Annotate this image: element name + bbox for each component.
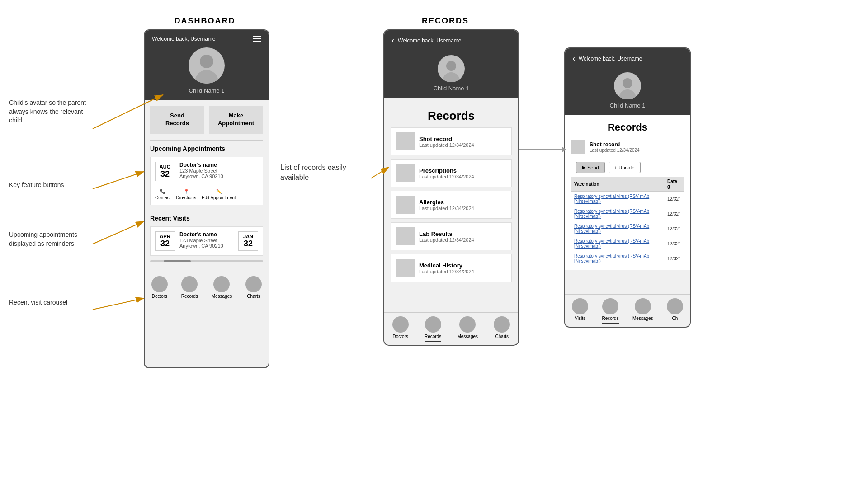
visit-month2: JAN <box>242 234 254 239</box>
location-icon: 📍 <box>184 189 189 194</box>
visit-month1: APR <box>159 234 171 239</box>
record-lab-info: Lab Results Last updated 12/34/2024 <box>419 230 474 243</box>
hamburger-icon[interactable] <box>253 36 261 42</box>
vaccination-name: Respiratory syncytial virus (RSV-mAb [Ni… <box>571 251 664 266</box>
records-welcome: Welcome back, Username <box>398 38 462 44</box>
record-medical-history[interactable]: Medical History Last updated 12/34/2024 <box>391 254 512 282</box>
phone-icon: 📞 <box>160 189 165 194</box>
annotation-recent-visits: Recent visit carousel <box>9 298 67 307</box>
vaccination-date: 12/32/ <box>664 221 684 236</box>
visit-info: Doctor's name 123 Maple Street Anytown, … <box>179 231 223 249</box>
scroll-bar <box>150 260 263 262</box>
appointment-addr2: Anytown, CA 90210 <box>179 174 258 179</box>
directions-action[interactable]: 📍 Directions <box>176 189 196 200</box>
record-medical-title: Medical History <box>419 262 474 269</box>
record-prescriptions[interactable]: Prescriptions Last updated 12/34/2024 <box>391 159 512 187</box>
record-thumb-prescriptions <box>396 164 415 182</box>
doctors-nav-label: Doctors <box>152 294 167 299</box>
record-prescriptions-title: Prescriptions <box>419 167 474 174</box>
record-lab-date: Last updated 12/34/2024 <box>419 237 474 243</box>
record-lab-title: Lab Results <box>419 230 474 237</box>
records-header: ‹ Welcome back, Username <box>384 30 518 51</box>
records-nav-charts[interactable]: Charts <box>494 316 510 342</box>
visit-card: APR 32 Doctor's name 123 Maple Street An… <box>150 226 263 256</box>
records-nav-records[interactable]: Records <box>425 316 441 342</box>
records-back-button[interactable]: ‹ <box>392 36 394 45</box>
child-name: Child Name 1 <box>189 87 225 94</box>
vaccination-table: Vaccination Date g Respiratory syncytial… <box>571 177 684 266</box>
dashboard-body: SendRecords MakeAppointment Upcoming App… <box>145 100 269 272</box>
charts-nav-icon <box>245 276 262 292</box>
child-avatar <box>189 47 225 84</box>
appointment-day: 32 <box>159 169 171 179</box>
annotation-key-features: Key feature buttons <box>9 181 64 190</box>
shot-nav-ch[interactable]: Ch <box>667 298 683 324</box>
record-shot-info: Shot record Last updated 12/34/2024 <box>419 136 474 148</box>
records-nav-doctors[interactable]: Doctors <box>392 316 409 342</box>
visit-date-badge: APR 32 <box>155 231 175 251</box>
make-appointment-button[interactable]: MakeAppointment <box>209 106 263 134</box>
records-nav-messages[interactable]: Messages <box>457 316 478 342</box>
dashboard-header: Welcome back, Username <box>145 30 269 47</box>
contact-label: Contact <box>155 195 170 200</box>
nav-messages[interactable]: Messages <box>212 276 232 299</box>
doctors-nav-icon <box>151 276 168 292</box>
edit-appointment-action[interactable]: ✏️ Edit Appointment <box>202 189 236 200</box>
shot-child-name: Child Name 1 <box>610 102 646 109</box>
nav-doctors[interactable]: Doctors <box>151 276 168 299</box>
record-shot[interactable]: Shot record Last updated 12/34/2024 <box>391 127 512 155</box>
divider-1 <box>150 140 263 141</box>
shot-back-button[interactable]: ‹ <box>572 54 575 63</box>
record-lab[interactable]: Lab Results Last updated 12/34/2024 <box>391 222 512 250</box>
shot-ch-label: Ch <box>672 316 678 321</box>
shot-record-label: Shot record <box>590 141 640 148</box>
edit-icon: ✏️ <box>216 189 222 194</box>
shot-nav-messages[interactable]: Messages <box>632 298 653 324</box>
vaccination-name: Respiratory syncytial virus (RSV-mAb [Ni… <box>571 192 664 206</box>
feature-buttons-row: SendRecords MakeAppointment <box>150 106 263 134</box>
dashboard-avatar-section: Child Name 1 <box>145 47 269 100</box>
table-row: Respiratory syncytial virus (RSV-mAb [Ni… <box>571 192 684 206</box>
records-child-avatar <box>438 55 465 82</box>
shot-records-icon <box>602 298 618 314</box>
vaccination-date: 12/32/ <box>664 192 684 206</box>
update-button[interactable]: + Update <box>609 162 641 173</box>
vaccination-date: 12/32/ <box>664 236 684 251</box>
records-charts-label: Charts <box>495 334 509 339</box>
shot-detail-body: Records Shot record Last updated 12/34/2… <box>565 115 690 270</box>
records-avatar-section: Child Name 1 <box>384 51 518 98</box>
record-allergies[interactable]: Allergies Last updated 12/34/2024 <box>391 191 512 219</box>
nav-charts[interactable]: Charts <box>245 276 262 299</box>
appointment-info: Doctor's name 123 Maple Street Anytown, … <box>179 162 258 179</box>
records-records-icon <box>425 316 441 333</box>
shot-nav-visits[interactable]: Visits <box>572 298 588 324</box>
records-charts-icon <box>494 316 510 333</box>
send-button[interactable]: ▶ Send <box>576 162 605 173</box>
records-active-underline <box>425 341 441 342</box>
appointment-card: AUG 32 Doctor's name 123 Maple Street An… <box>150 157 263 205</box>
record-thumb-allergies <box>396 196 415 214</box>
arrow-connector <box>519 149 564 150</box>
records-messages-label: Messages <box>457 334 478 339</box>
visit-date-badge-2: JAN 32 <box>238 231 258 251</box>
record-thumb-shot <box>396 132 415 150</box>
dashboard-phone: Welcome back, Username Child Name 1 Send… <box>144 29 269 368</box>
visit-day2: 32 <box>242 239 254 249</box>
vaccination-date: 12/32/ <box>664 251 684 266</box>
nav-records[interactable]: Records <box>181 276 198 299</box>
records-bottom-nav: Doctors Records Messages Charts <box>384 312 518 345</box>
arrow-head-connector <box>562 147 566 152</box>
scroll-thumb <box>164 260 191 262</box>
contact-action[interactable]: 📞 Contact <box>155 189 170 200</box>
appointment-actions: 📞 Contact 📍 Directions ✏️ Edit Appointme… <box>155 185 258 200</box>
shot-nav-records[interactable]: Records <box>602 298 618 324</box>
table-row: Respiratory syncytial virus (RSV-mAb [Ni… <box>571 236 684 251</box>
shot-bottom-nav: Visits Records Messages Ch <box>565 294 690 327</box>
visit-addr2: Anytown, CA 90210 <box>179 243 223 249</box>
vaccination-name: Respiratory syncytial virus (RSV-mAb [Ni… <box>571 206 664 221</box>
send-records-button[interactable]: SendRecords <box>150 106 204 134</box>
record-shot-date: Last updated 12/34/2024 <box>419 142 474 148</box>
table-col-date: Date g <box>664 177 684 192</box>
directions-label: Directions <box>176 195 196 200</box>
charts-nav-label: Charts <box>247 294 260 299</box>
